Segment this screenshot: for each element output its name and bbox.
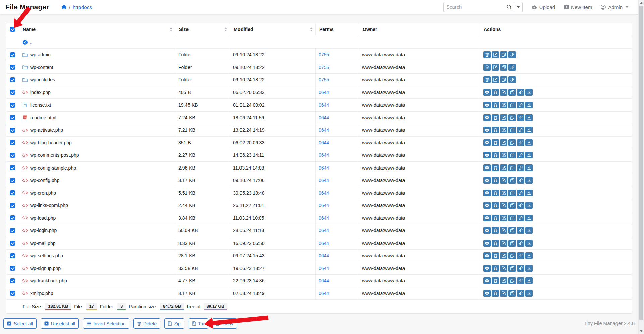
delete-button[interactable] (492, 177, 499, 184)
delete-button[interactable] (492, 102, 499, 108)
copy-button[interactable] (508, 202, 516, 209)
copy-button[interactable] (500, 51, 507, 58)
upload-button[interactable]: Upload (531, 4, 555, 10)
copy-button[interactable] (508, 252, 516, 259)
rename-button[interactable] (500, 177, 507, 184)
link-button[interactable] (517, 240, 524, 247)
copy-button[interactable] (508, 89, 516, 96)
view-button[interactable] (483, 240, 491, 247)
delete-button[interactable]: Delete (133, 318, 160, 329)
copy-button[interactable] (508, 190, 516, 196)
delete-button[interactable] (492, 114, 499, 121)
link-button[interactable] (517, 202, 524, 209)
download-button[interactable] (525, 139, 533, 146)
copy-button[interactable] (508, 290, 516, 297)
file-name-link[interactable]: wp-blog-header.php (30, 140, 72, 145)
file-name-link[interactable]: wp-activate.php (30, 127, 63, 133)
perms-link[interactable]: 0644 (319, 241, 329, 246)
link-button[interactable] (517, 215, 524, 221)
new-item-button[interactable]: New Item (564, 4, 592, 10)
view-button[interactable] (483, 277, 491, 284)
delete-button[interactable] (492, 252, 499, 259)
row-checkbox[interactable] (10, 140, 15, 145)
tar-button[interactable]: Tar (189, 318, 208, 329)
column-header-size[interactable]: Size (175, 23, 230, 36)
download-button[interactable] (525, 164, 533, 171)
rename-button[interactable] (500, 215, 507, 221)
link-button[interactable] (517, 114, 524, 121)
row-checkbox[interactable] (10, 77, 15, 82)
row-checkbox[interactable] (10, 291, 15, 296)
view-button[interactable] (483, 127, 491, 133)
download-button[interactable] (525, 89, 533, 96)
link-button[interactable] (517, 265, 524, 272)
view-button[interactable] (483, 215, 491, 221)
perms-link[interactable]: 0755 (319, 65, 329, 70)
link-button[interactable] (517, 89, 524, 96)
row-checkbox[interactable] (10, 153, 15, 158)
rename-button[interactable] (500, 102, 507, 108)
delete-button[interactable] (492, 164, 499, 171)
rename-button[interactable] (500, 164, 507, 171)
download-button[interactable] (525, 177, 533, 184)
link-button[interactable] (517, 102, 524, 108)
link-button[interactable] (517, 139, 524, 146)
parent-directory-row[interactable]: .. (6, 36, 632, 49)
delete-button[interactable] (492, 290, 499, 297)
delete-button[interactable] (492, 215, 499, 221)
delete-button[interactable] (492, 227, 499, 234)
row-checkbox[interactable] (10, 228, 15, 233)
select-all-checkbox[interactable] (10, 27, 15, 32)
column-header-name[interactable]: Name (19, 23, 175, 36)
file-name-link[interactable]: xmlrpc.php (30, 291, 53, 296)
row-checkbox[interactable] (10, 178, 15, 183)
file-name-link[interactable]: wp-signup.php (30, 266, 61, 271)
link-button[interactable] (517, 127, 524, 133)
file-name-link[interactable]: wp-mail.php (30, 241, 55, 246)
download-button[interactable] (525, 152, 533, 158)
rename-button[interactable] (500, 89, 507, 96)
perms-link[interactable]: 0644 (319, 127, 329, 133)
delete-button[interactable] (492, 139, 499, 146)
breadcrumb-path-link[interactable]: httpdocs (73, 4, 92, 10)
vertical-scrollbar[interactable] (638, 0, 644, 334)
download-button[interactable] (525, 240, 533, 247)
file-name-link[interactable]: wp-load.php (30, 215, 56, 221)
perms-link[interactable]: 0644 (319, 291, 329, 296)
file-name-link[interactable]: license.txt (30, 102, 51, 108)
scrollbar-thumb[interactable] (639, 6, 643, 320)
copy-button[interactable] (500, 64, 507, 71)
link-button[interactable] (508, 64, 516, 71)
view-button[interactable] (483, 164, 491, 171)
delete-button[interactable] (492, 202, 499, 209)
file-name-link[interactable]: readme.html (30, 115, 56, 120)
delete-button[interactable] (492, 89, 499, 96)
file-name-link[interactable]: wp-includes (30, 77, 55, 82)
link-button[interactable] (517, 252, 524, 259)
download-button[interactable] (525, 290, 533, 297)
row-checkbox[interactable] (10, 266, 15, 271)
copy-button[interactable]: Copy (212, 318, 237, 329)
delete-button[interactable] (492, 190, 499, 196)
file-name-link[interactable]: wp-config-sample.php (30, 165, 76, 171)
row-checkbox[interactable] (10, 90, 15, 95)
perms-link[interactable]: 0644 (319, 152, 329, 158)
row-checkbox[interactable] (10, 165, 15, 170)
perms-link[interactable]: 0644 (319, 190, 329, 196)
file-name-link[interactable]: wp-settings.php (30, 253, 63, 258)
copy-button[interactable] (508, 215, 516, 221)
file-name-link[interactable]: index.php (30, 90, 51, 95)
copy-button[interactable] (508, 102, 516, 108)
file-name-link[interactable]: wp-content (30, 65, 53, 70)
admin-menu-button[interactable]: Admin (601, 4, 628, 10)
row-checkbox[interactable] (10, 65, 15, 70)
file-name-link[interactable]: wp-links-opml.php (30, 203, 68, 208)
copy-button[interactable] (508, 227, 516, 234)
download-button[interactable] (525, 252, 533, 259)
perms-link[interactable]: 0644 (319, 178, 329, 183)
link-button[interactable] (517, 152, 524, 158)
copy-button[interactable] (508, 240, 516, 247)
zip-button[interactable]: Zip (164, 318, 184, 329)
view-button[interactable] (483, 89, 491, 96)
rename-button[interactable] (500, 265, 507, 272)
